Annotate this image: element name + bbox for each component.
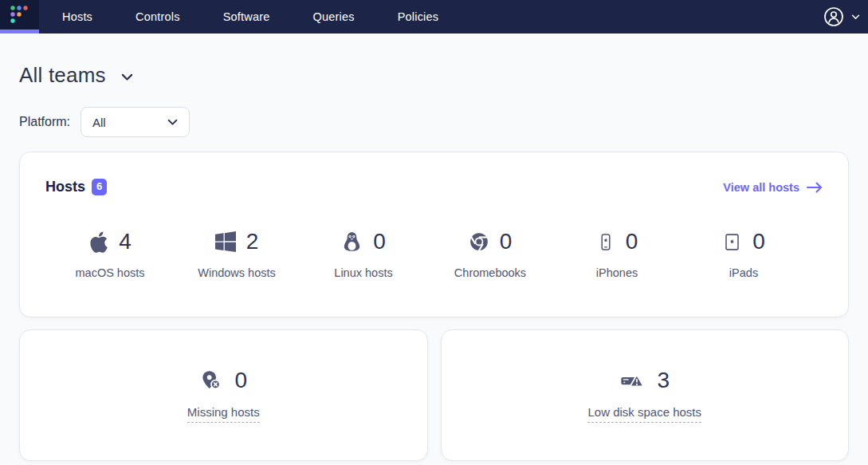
stat-tile-macos[interactable]: 4 macOS hosts xyxy=(66,229,154,279)
linux-hosts-label: Linux hosts xyxy=(334,266,392,279)
macos-hosts-label: macOS hosts xyxy=(75,266,144,279)
nav-item-software[interactable]: Software xyxy=(223,10,270,23)
team-selector-label: All teams xyxy=(19,63,106,88)
windows-host-count: 2 xyxy=(246,229,259,254)
ipad-count: 0 xyxy=(752,229,765,254)
iphones-label: iPhones xyxy=(596,266,638,279)
platform-filter-value: All xyxy=(92,116,106,129)
nav-item-controls[interactable]: Controls xyxy=(136,10,180,23)
missing-hosts-count: 0 xyxy=(234,368,247,393)
nav-item-queries[interactable]: Queries xyxy=(313,10,355,23)
macos-host-count: 4 xyxy=(119,229,132,254)
dashboard-page: All teams Platform: All Hosts 6 View all… xyxy=(0,63,868,461)
chevron-down-icon xyxy=(121,73,133,81)
apple-icon xyxy=(88,231,108,253)
account-menu[interactable] xyxy=(823,0,868,33)
view-all-hosts-link[interactable]: View all hosts xyxy=(723,181,823,194)
nav-item-hosts[interactable]: Hosts xyxy=(62,10,92,23)
linux-icon xyxy=(341,231,363,253)
team-selector[interactable]: All teams xyxy=(19,63,849,88)
chrome-icon xyxy=(469,231,489,252)
stat-tile-chromebooks[interactable]: 0 Chromebooks xyxy=(446,229,534,279)
fleet-logo-icon xyxy=(10,5,30,26)
user-avatar-icon xyxy=(823,6,844,27)
hosts-summary-card: Hosts 6 View all hosts 4 macOS hosts xyxy=(19,152,849,317)
platform-filter-select[interactable]: All xyxy=(81,107,190,137)
missing-hosts-card: 0 Missing hosts xyxy=(19,329,428,461)
hosts-card-title: Hosts xyxy=(45,179,85,195)
hosts-card-header: Hosts 6 View all hosts xyxy=(45,179,823,195)
low-disk-space-count: 3 xyxy=(657,368,670,393)
linux-host-count: 0 xyxy=(373,229,386,254)
nav-item-policies[interactable]: Policies xyxy=(398,10,439,23)
windows-hosts-label: Windows hosts xyxy=(198,266,276,279)
chevron-down-icon xyxy=(167,119,178,126)
top-navigation: Hosts Controls Software Queries Policies xyxy=(0,0,868,33)
main-nav: Hosts Controls Software Queries Policies xyxy=(39,0,438,33)
summary-cards-row: 0 Missing hosts 3 Low disk spa xyxy=(19,329,849,461)
low-disk-space-icon xyxy=(619,370,646,391)
missing-host-icon xyxy=(199,369,223,392)
fleet-logo[interactable] xyxy=(0,0,39,33)
low-disk-space-card: 3 Low disk space hosts xyxy=(441,329,850,461)
missing-hosts-label[interactable]: Missing hosts xyxy=(187,405,260,423)
chromebooks-label: Chromebooks xyxy=(454,266,526,279)
platform-stats-row: 4 macOS hosts 2 Windows hosts xyxy=(45,229,823,279)
stat-tile-linux[interactable]: 0 Linux hosts xyxy=(320,229,407,279)
chromebook-count: 0 xyxy=(500,229,513,254)
stat-tile-windows[interactable]: 2 Windows hosts xyxy=(193,229,281,279)
platform-filter-label: Platform: xyxy=(19,115,70,129)
stat-tile-iphones[interactable]: 0 iPhones xyxy=(573,229,661,279)
iphone-count: 0 xyxy=(626,229,638,254)
platform-filter-row: Platform: All xyxy=(19,107,849,137)
chevron-down-icon xyxy=(851,14,860,20)
arrow-right-icon xyxy=(807,182,823,193)
ipads-label: iPads xyxy=(729,266,758,279)
view-all-hosts-label: View all hosts xyxy=(723,181,799,194)
windows-icon xyxy=(215,231,236,252)
ipad-icon xyxy=(722,231,742,253)
hosts-count-badge: 6 xyxy=(92,179,107,195)
low-disk-space-label[interactable]: Low disk space hosts xyxy=(587,405,701,423)
iphone-icon xyxy=(596,231,615,253)
stat-tile-ipads[interactable]: 0 iPads xyxy=(700,229,787,279)
